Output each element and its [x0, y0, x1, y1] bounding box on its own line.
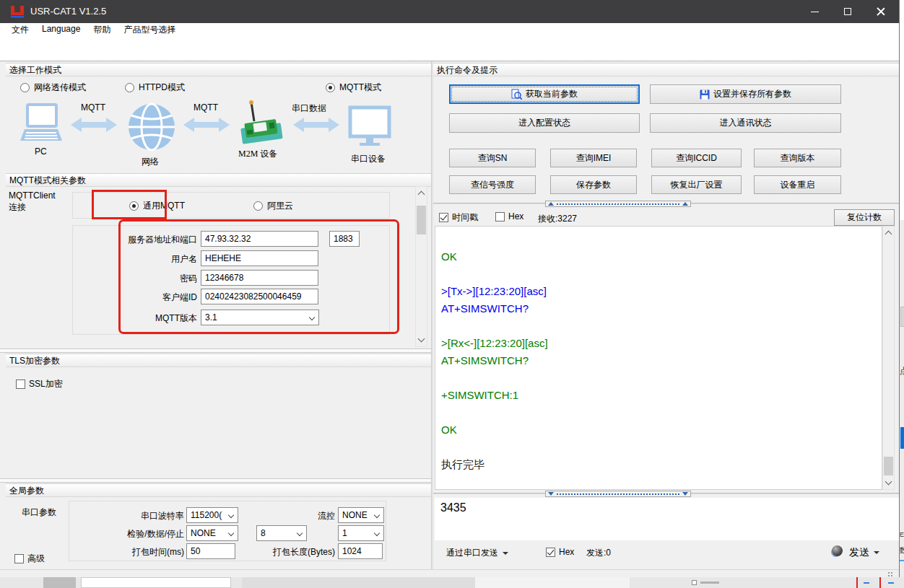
timestamp-label: 时间戳: [452, 211, 478, 224]
set-save-all-button[interactable]: 设置并保存所有参数: [650, 84, 841, 104]
work-mode-label: 网络透传模式: [34, 82, 86, 94]
pack-len-input[interactable]: [338, 543, 383, 559]
scrollbar-thumb[interactable]: [417, 206, 426, 234]
g-baud-select[interactable]: 115200(: [186, 507, 238, 523]
work-mode-radio[interactable]: MQTT模式: [326, 82, 381, 94]
serial-device-monitor-icon: [348, 105, 391, 147]
g-parity-select[interactable]: NONE: [186, 525, 238, 541]
splitter-arrow-icon: [548, 202, 554, 206]
password-input[interactable]: [201, 270, 318, 286]
send-button[interactable]: 发送: [849, 546, 879, 559]
get-params-button[interactable]: 获取当前参数: [449, 84, 640, 104]
menu-bar: 文件Language帮助产品型号选择: [0, 23, 899, 37]
g-flow-select[interactable]: NONE: [338, 507, 384, 523]
maximize-icon: [844, 8, 851, 15]
pack-time-input[interactable]: [186, 543, 235, 559]
mqtt-type-radio[interactable]: 通用MQTT: [129, 200, 185, 212]
serial-toolbar: [PC串口参数] : 串口号 COM11 波特率 115200 检验/数据/停止…: [0, 37, 899, 61]
work-mode-radio[interactable]: 网络透传模式: [20, 82, 86, 94]
scroll-up-icon: [418, 191, 425, 198]
mqtt-version-select[interactable]: 3.1: [201, 310, 319, 325]
username-label: 用户名: [70, 253, 197, 266]
username-input[interactable]: [201, 250, 318, 266]
minimize-button[interactable]: [798, 0, 831, 23]
section-separator: [0, 478, 431, 483]
log-hex-checkbox[interactable]: Hex: [495, 211, 523, 221]
section-separator: [0, 348, 431, 353]
checkbox-icon: [16, 379, 25, 389]
send-via-serial-dropdown[interactable]: 通过串口发送: [446, 547, 508, 559]
menu-item[interactable]: 产品型号选择: [123, 24, 175, 36]
ssl-label: SSL加密: [29, 378, 63, 390]
server-address-input[interactable]: [201, 231, 318, 247]
scrollbar-thumb[interactable]: [884, 457, 893, 475]
status-bar: [0, 569, 899, 577]
reset-counter-button[interactable]: 复位计数: [834, 209, 895, 226]
client-id-input[interactable]: [201, 289, 318, 304]
caret-down-icon: [874, 551, 879, 554]
resize-grip[interactable]: [887, 571, 893, 577]
mqtt-type-box: 通用MQTT 阿里云: [72, 192, 390, 219]
enter-comm-button[interactable]: 进入通讯状态: [650, 113, 841, 133]
title-bar[interactable]: USR-CAT1 V1.2.5: [0, 0, 899, 23]
maximize-button[interactable]: [831, 0, 864, 23]
window-title: USR-CAT1 V1.2.5: [30, 6, 106, 17]
caret-down-icon: [503, 552, 508, 555]
query-sn-button[interactable]: 查询SN: [449, 149, 536, 167]
checkbox-icon: [546, 548, 555, 557]
password-label: 密码: [70, 273, 197, 285]
timestamp-checkbox[interactable]: 时间戳: [439, 211, 478, 224]
ssl-checkbox[interactable]: SSL加密: [16, 378, 63, 390]
factory-reset-button[interactable]: 恢复出厂设置: [651, 175, 742, 194]
g-stop-bits-select[interactable]: 1: [338, 525, 384, 541]
mqtt-form-box: 服务器地址和端口 用户名 密码 客户端ID MQTT版本 3.1: [72, 225, 390, 335]
menu-item[interactable]: 帮助: [93, 24, 110, 36]
enter-config-button[interactable]: 进入配置状态: [449, 113, 640, 133]
menu-item[interactable]: 文件: [12, 24, 29, 36]
link-mqtt-label: MQTT: [81, 102, 105, 113]
link-arrow-icon: [69, 115, 118, 134]
log-splitter-handle[interactable]: [545, 201, 691, 207]
g-flow-label: 流控: [292, 510, 335, 522]
send-hex-checkbox[interactable]: Hex: [546, 547, 574, 557]
log-scrollbar[interactable]: [882, 226, 895, 490]
query-iccid-button[interactable]: 查询ICCID: [651, 149, 742, 167]
log-line: [441, 266, 876, 283]
save-params-button[interactable]: 保存参数: [550, 175, 637, 194]
pc-laptop-icon: [19, 103, 64, 145]
log-output[interactable]: OK>[Tx->][12:23:20][asc]AT+SIMSWITCH?>[R…: [435, 226, 882, 490]
pack-len-label: 打包长度(Bytes): [249, 546, 335, 558]
work-mode-radios: 网络透传模式 HTTPD模式 MQTT模式: [6, 79, 431, 98]
radio-icon: [20, 83, 30, 92]
query-version-button[interactable]: 查询版本: [754, 149, 841, 167]
log-line: OK: [441, 248, 876, 266]
mqtt-type-radio[interactable]: 阿里云: [253, 200, 293, 212]
server-port-input[interactable]: [329, 231, 360, 247]
send-splitter-handle[interactable]: [545, 491, 691, 497]
advanced-checkbox[interactable]: 高级: [14, 553, 45, 565]
reboot-button[interactable]: 设备重启: [754, 175, 841, 194]
chevron-down-icon: [374, 530, 380, 536]
chevron-down-icon: [309, 315, 315, 320]
work-mode-header: 选择工作模式: [6, 63, 431, 76]
serial-group-label: 串口参数: [22, 506, 56, 519]
mqtt-section-scrollbar[interactable]: [415, 186, 427, 347]
menu-item[interactable]: Language: [42, 24, 80, 36]
global-section-header: 全局参数: [6, 483, 431, 497]
work-mode-radio[interactable]: HTTPD模式: [125, 82, 185, 94]
checkbox-icon: [495, 212, 505, 221]
query-imei-button[interactable]: 查询IMEI: [550, 149, 637, 167]
log-line: AT+SIMSWITCH?: [441, 300, 876, 317]
log-line: >[Tx->][12:23:20][asc]: [441, 283, 876, 300]
pack-time-label: 打包时间(ms): [94, 546, 184, 558]
query-signal-button[interactable]: 查信号强度: [449, 175, 536, 194]
log-line: [441, 369, 876, 387]
link-serial-data-label: 串口数据: [292, 102, 326, 115]
send-via-serial-label: 通过串口发送: [446, 548, 498, 558]
g-data-bits-select[interactable]: 8: [256, 525, 307, 541]
send-input[interactable]: 3435: [435, 498, 899, 540]
magnifier-doc-icon: [511, 89, 522, 100]
close-button[interactable]: [864, 0, 898, 23]
node-pc-label: PC: [35, 146, 47, 157]
mqtt-type-label: 阿里云: [267, 200, 293, 212]
